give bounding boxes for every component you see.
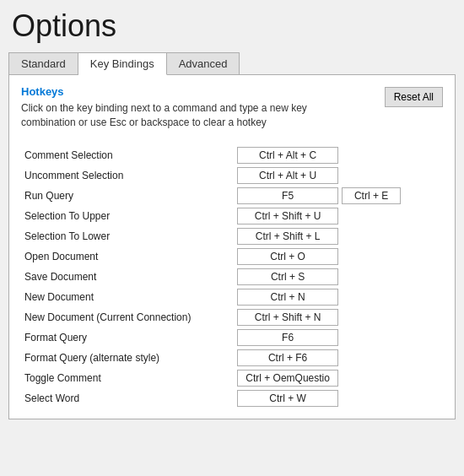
key-box[interactable]: Ctrl + W [237,390,338,407]
hotkeys-header: Hotkeys Click on the key binding next to… [21,85,443,138]
command-label: Select Word [21,388,234,408]
key-binding-cell[interactable]: Ctrl + W [234,388,443,408]
key-binding-cell[interactable]: F6 [234,327,443,348]
key-binding-cell[interactable]: Ctrl + O [234,246,443,267]
command-label: Run Query [21,186,234,206]
table-row: Uncomment SelectionCtrl + Alt + U [21,165,443,186]
table-row: Comment SelectionCtrl + Alt + C [21,145,443,165]
keybindings-table: Comment SelectionCtrl + Alt + CUncomment… [21,145,443,408]
table-row: Select WordCtrl + W [21,388,443,408]
tab-key-bindings[interactable]: Key Bindings [78,53,167,75]
table-row: Selection To LowerCtrl + Shift + L [21,226,443,246]
key-box[interactable]: Ctrl + S [237,268,338,285]
key-binding-cell[interactable]: Ctrl + N [234,287,443,307]
command-label: New Document [21,287,234,307]
table-row: Save DocumentCtrl + S [21,267,443,287]
key-box[interactable]: F6 [237,329,338,346]
command-label: New Document (Current Connection) [21,307,234,327]
table-row: Run QueryF5Ctrl + E [21,186,443,206]
section-title: Hotkeys [21,85,342,98]
table-row: Format QueryF6 [21,327,443,348]
key-binding-cell[interactable]: Ctrl + Shift + U [234,206,443,226]
key-binding-cell[interactable]: Ctrl + Shift + L [234,226,443,246]
key-binding-cell[interactable]: Ctrl + Alt + U [234,165,443,186]
key-box[interactable]: Ctrl + OemQuestio [237,370,338,387]
table-row: Format Query (alternate style)Ctrl + F6 [21,348,443,368]
key-binding-cell[interactable]: Ctrl + OemQuestio [234,368,443,388]
command-label: Open Document [21,246,234,267]
reset-all-button[interactable]: Reset All [385,87,443,107]
command-label: Selection To Lower [21,226,234,246]
key-binding-cell[interactable]: Ctrl + Alt + C [234,145,443,165]
command-label: Comment Selection [21,145,234,165]
table-row: Toggle CommentCtrl + OemQuestio [21,368,443,388]
key-box[interactable]: Ctrl + F6 [237,349,338,366]
hotkeys-section-info: Hotkeys Click on the key binding next to… [21,85,342,138]
command-label: Format Query [21,327,234,348]
tabs-bar: Standard Key Bindings Advanced [8,52,240,74]
command-label: Save Document [21,267,234,287]
key-binding-cell[interactable]: Ctrl + F6 [234,348,443,368]
table-row: New Document (Current Connection)Ctrl + … [21,307,443,327]
command-label: Format Query (alternate style) [21,348,234,368]
key-binding-cell[interactable]: F5Ctrl + E [234,186,443,206]
main-panel: Hotkeys Click on the key binding next to… [8,74,456,419]
command-label: Uncomment Selection [21,165,234,186]
page-title: Options [8,8,456,44]
key-box[interactable]: Ctrl + N [237,289,338,306]
key-box[interactable]: Ctrl + Shift + U [237,208,338,224]
key-binding-cell[interactable]: Ctrl + Shift + N [234,307,443,327]
key-box[interactable]: Ctrl + Shift + N [237,309,338,326]
key-box[interactable]: Ctrl + O [237,248,338,265]
command-label: Toggle Comment [21,368,234,388]
section-description: Click on the key binding next to a comma… [21,101,342,130]
key-box[interactable]: Ctrl + Alt + C [237,147,338,164]
key-binding-cell[interactable]: Ctrl + S [234,267,443,287]
alt-key-box[interactable]: Ctrl + E [342,187,401,204]
table-row: New DocumentCtrl + N [21,287,443,307]
command-label: Selection To Upper [21,206,234,226]
key-box[interactable]: F5 [237,187,338,204]
tab-advanced[interactable]: Advanced [167,53,240,74]
table-row: Selection To UpperCtrl + Shift + U [21,206,443,226]
tab-standard[interactable]: Standard [9,53,78,74]
key-box[interactable]: Ctrl + Shift + L [237,228,338,245]
table-row: Open DocumentCtrl + O [21,246,443,267]
key-box[interactable]: Ctrl + Alt + U [237,167,338,184]
